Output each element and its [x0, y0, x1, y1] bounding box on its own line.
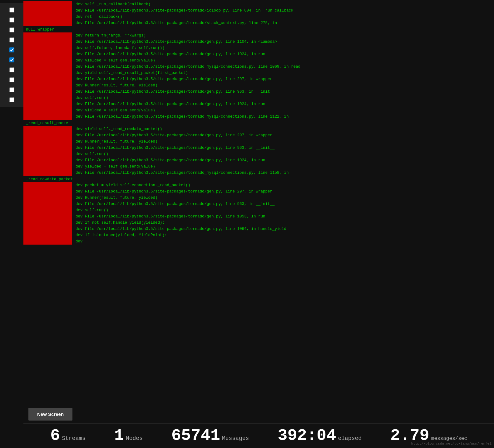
messages-label: Messages: [222, 435, 249, 441]
log-line: dev self._run_callback(callback): [74, 1, 494, 7]
app-container: dev self._run_callback(callback) dev Fil…: [0, 0, 494, 448]
checkbox-5[interactable]: [9, 47, 14, 52]
checkbox-8[interactable]: [9, 77, 14, 82]
sidebar-checkbox-9[interactable]: [2, 85, 21, 94]
main-content: dev self._run_callback(callback) dev Fil…: [23, 0, 494, 448]
checkbox-3[interactable]: [9, 27, 14, 32]
log-line: dev File /usr/local/lib/python3.5/site-p…: [74, 157, 494, 163]
log-line: dev yield self._read_rowdata_packet(): [74, 126, 494, 132]
checkbox-9[interactable]: [9, 87, 14, 92]
sidebar-checkbox-3[interactable]: [2, 26, 21, 34]
sidebar-checkbox-1[interactable]: [2, 6, 21, 14]
log-line: dev Runner(result, future, yielded): [74, 195, 494, 201]
checkbox-10[interactable]: [9, 97, 14, 102]
sidebar-checkbox-4[interactable]: [2, 36, 21, 44]
log-line: dev File /usr/local/lib/python3.5/site-p…: [74, 39, 494, 45]
log-lines-2: dev return fn(*args, **kwargs) dev File …: [74, 32, 494, 120]
log-line: dev ret = callback(): [74, 14, 494, 20]
stream-thumbnail-1: [23, 1, 72, 26]
log-line: dev File /usr/local/lib/python3.5/site-p…: [74, 145, 494, 151]
sidebar-checkbox-2[interactable]: [2, 16, 21, 24]
log-block-4: dev packet = yield self.connection._read…: [23, 182, 494, 245]
log-line: dev File /usr/local/lib/python3.5/site-p…: [74, 76, 494, 82]
log-line: dev File /usr/local/lib/python3.5/site-p…: [74, 213, 494, 220]
watermark: http://blog.csdn.net/doxtang/usm/renfel: [411, 442, 492, 446]
sidebar-checkbox-8[interactable]: [2, 75, 21, 84]
log-line: dev Runner(result, future, yielded): [74, 139, 494, 145]
nodes-count: 1: [114, 428, 124, 444]
stat-elapsed: 392:04 elapsed: [278, 428, 362, 444]
sidebar-checkbox-5[interactable]: [2, 46, 21, 54]
checkbox-1[interactable]: [9, 7, 14, 12]
log-line: dev yielded = self.gen.send(value): [74, 107, 494, 114]
bottom-bar: New Screen: [23, 405, 494, 423]
log-line: dev File /usr/local/lib/python3.5/site-p…: [74, 170, 494, 176]
stream-thumbnail-4: [23, 182, 72, 245]
new-screen-button[interactable]: New Screen: [28, 408, 72, 421]
sidebar-checkbox-7[interactable]: [2, 66, 21, 74]
log-line: dev self.run(): [74, 207, 494, 213]
log-line: dev self.future, lambda f: self.run()): [74, 45, 494, 51]
log-line: dev File /usr/local/lib/python3.5/site-p…: [74, 20, 494, 26]
log-line: dev return fn(*args, **kwargs): [74, 32, 494, 39]
log-line: dev yielded = self.gen.send(value): [74, 57, 494, 64]
log-lines-1: dev self._run_callback(callback) dev Fil…: [74, 1, 494, 26]
log-line: dev File /usr/local/lib/python3.5/site-p…: [74, 188, 494, 195]
log-line: dev: [74, 238, 494, 245]
log-line: dev if isinstance(yielded, YieldPoint):: [74, 232, 494, 238]
log-lines-4: dev packet = yield self.connection._read…: [74, 182, 494, 245]
sidebar-checkbox-10[interactable]: [2, 95, 21, 104]
log-line: dev File /usr/local/lib/python3.5/site-p…: [74, 89, 494, 95]
log-line: dev Runner(result, future, yielded): [74, 82, 494, 89]
stat-nodes: 1 Nodes: [114, 428, 143, 444]
log-line: dev self.run(): [74, 151, 494, 157]
messages-count: 65741: [171, 428, 220, 444]
inline-label-2: _read_result_packet: [23, 120, 494, 126]
stream-thumbnail-2: [23, 32, 72, 120]
log-line: dev packet = yield self.connection._read…: [74, 182, 494, 188]
log-area[interactable]: dev self._run_callback(callback) dev Fil…: [23, 0, 494, 405]
nodes-label: Nodes: [126, 435, 143, 441]
elapsed-label: elapsed: [338, 435, 362, 441]
log-block-1: dev self._run_callback(callback) dev Fil…: [23, 1, 494, 26]
elapsed-count: 392:04: [278, 428, 336, 444]
streams-label: Streams: [62, 435, 86, 441]
log-line: dev File /usr/local/lib/python3.5/site-p…: [74, 201, 494, 207]
log-block-3: dev yield self._read_rowdata_packet() de…: [23, 126, 494, 176]
log-line: dev File /usr/local/lib/python3.5/site-p…: [74, 51, 494, 57]
inline-label-1: null_wrapper: [23, 27, 494, 32]
log-line: dev File /usr/local/lib/python3.5/site-p…: [74, 132, 494, 139]
log-line: dev File /usr/local/lib/python3.5/site-p…: [74, 64, 494, 70]
checkbox-2[interactable]: [9, 17, 14, 22]
log-line: dev yielded = self.gen.send(value): [74, 163, 494, 170]
rate-label: messages/sec: [431, 436, 467, 441]
stream-thumbnail-3: [23, 126, 72, 176]
sidebar-top: [0, 3, 23, 107]
sidebar-checkbox-6[interactable]: [2, 56, 21, 64]
sidebar: [0, 0, 23, 448]
streams-count: 6: [50, 428, 60, 444]
log-line: dev File /usr/local/lib/python3.5/site-p…: [74, 226, 494, 232]
checkbox-4[interactable]: [9, 37, 14, 42]
inline-label-3: _read_rowdata_packet: [23, 177, 494, 182]
log-line: dev if not self.handle_yield(yielded):: [74, 220, 494, 226]
checkbox-6[interactable]: [9, 57, 14, 62]
log-lines-3: dev yield self._read_rowdata_packet() de…: [74, 126, 494, 176]
log-line: dev File /usr/local/lib/python3.5/site-p…: [74, 101, 494, 107]
checkbox-7[interactable]: [9, 67, 14, 72]
log-line: dev yield self._read_result_packet(first…: [74, 70, 494, 76]
log-line: dev File /usr/local/lib/python3.5/site-p…: [74, 7, 494, 14]
log-line: dev self.run(): [74, 95, 494, 101]
stat-messages: 65741 Messages: [171, 428, 249, 444]
log-block-2: dev return fn(*args, **kwargs) dev File …: [23, 32, 494, 120]
stat-streams: 6 Streams: [50, 428, 86, 444]
log-line: dev File /usr/local/lib/python3.5/site-p…: [74, 114, 494, 120]
